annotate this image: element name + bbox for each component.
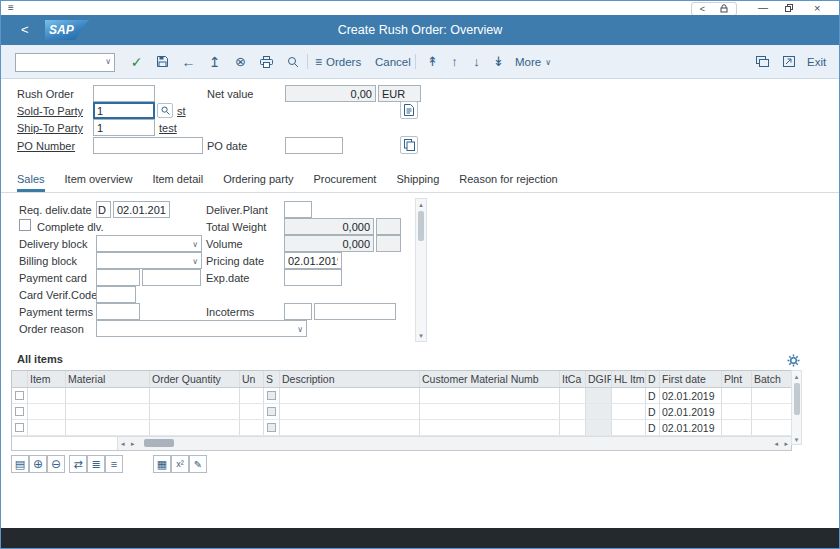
cell-hl-itm[interactable] (612, 420, 646, 435)
col-header-itca[interactable]: ItCa (560, 371, 586, 387)
row-select-checkbox[interactable] (15, 423, 24, 432)
cell-d[interactable]: D (646, 420, 660, 435)
row-select-checkbox[interactable] (15, 407, 24, 416)
print-button[interactable] (255, 50, 278, 73)
col-header-material[interactable]: Material (66, 371, 150, 387)
scroll-left-icon[interactable]: ◂ (774, 439, 778, 448)
cell-item[interactable] (28, 420, 66, 435)
lock-icon[interactable] (720, 4, 728, 15)
col-header-dgip[interactable]: DGIP (586, 371, 612, 387)
hamburger-menu-icon[interactable]: ≡ (8, 1, 14, 15)
s-checkbox[interactable] (267, 423, 276, 432)
cell-batch[interactable] (752, 404, 791, 419)
deselect-all-button[interactable]: ≡ (105, 455, 123, 473)
cell-plnt[interactable] (722, 404, 752, 419)
tab-procurement[interactable]: Procurement (313, 173, 376, 192)
exit-button[interactable]: Exit (807, 50, 826, 73)
payment-card-type-input[interactable] (96, 269, 140, 286)
scroll-down-icon[interactable]: ▾ (416, 332, 426, 340)
command-input[interactable] (15, 53, 115, 72)
cell-material[interactable] (66, 420, 150, 435)
rush-order-input[interactable] (93, 85, 155, 102)
cell-order-quantity[interactable] (150, 420, 240, 435)
tab-sales[interactable]: Sales (17, 173, 45, 192)
cell-un[interactable] (240, 420, 264, 435)
cell-material[interactable] (66, 388, 150, 403)
req-deliv-date-type-input[interactable] (96, 201, 111, 218)
col-header-batch[interactable]: Batch (752, 371, 791, 387)
tab-item-overview[interactable]: Item overview (65, 173, 133, 192)
last-page-button[interactable]: ↡ (487, 50, 510, 73)
close-button[interactable]: × (814, 1, 820, 15)
item-availability-button[interactable]: ▦ (153, 455, 171, 473)
tab-ordering-party[interactable]: Ordering party (223, 173, 293, 192)
complete-dlv-checkbox[interactable] (19, 219, 31, 231)
col-header-un[interactable]: Un (240, 371, 264, 387)
cell-description[interactable] (280, 420, 420, 435)
tab-item-detail[interactable]: Item detail (152, 173, 203, 192)
insert-item-button[interactable]: ⊕ (29, 455, 47, 473)
cell-dgip[interactable] (586, 404, 612, 419)
col-header-description[interactable]: Description (280, 371, 420, 387)
scroll-up-icon[interactable]: ▴ (416, 201, 426, 209)
po-number-label[interactable]: PO Number (17, 140, 75, 152)
propose-items-button[interactable]: ⇄ (69, 455, 87, 473)
enter-button[interactable]: ✓ (125, 50, 148, 73)
po-number-input[interactable] (93, 137, 203, 154)
cell-itca[interactable] (560, 404, 586, 419)
cell-order-quantity[interactable] (150, 388, 240, 403)
billing-block-dropdown[interactable]: ∨ (96, 252, 202, 269)
matchcode-search-button[interactable] (157, 103, 173, 118)
cell-customer-material[interactable] (420, 388, 560, 403)
cell-plnt[interactable] (722, 388, 752, 403)
cell-s[interactable] (264, 388, 280, 403)
cell-itca[interactable] (560, 388, 586, 403)
cell-d[interactable]: D (646, 404, 660, 419)
scroll-up-icon[interactable]: ▴ (792, 373, 801, 381)
save-button[interactable] (151, 50, 174, 73)
col-header-customer-material[interactable]: Customer Material Numb (420, 371, 560, 387)
maximize-button[interactable] (785, 4, 793, 13)
header-details-button[interactable] (400, 101, 418, 119)
cell-material[interactable] (66, 404, 150, 419)
cell-batch[interactable] (752, 420, 791, 435)
session-back-icon[interactable]: < (700, 4, 705, 14)
create-shortcut-button[interactable] (777, 50, 800, 73)
order-reason-dropdown[interactable]: ∨ (96, 320, 307, 337)
row-select-cell[interactable] (12, 388, 28, 403)
cell-s[interactable] (264, 420, 280, 435)
tab-reason-for-rejection[interactable]: Reason for rejection (459, 173, 557, 192)
items-table-scrollbar[interactable]: ▴ ▾ (791, 370, 802, 445)
orders-button[interactable]: ≡ Orders (315, 50, 361, 73)
sales-panel-scrollbar[interactable]: ▴ ▾ (415, 198, 427, 342)
back-button[interactable]: ← (177, 50, 200, 73)
ship-to-party-input[interactable] (93, 119, 155, 136)
item-row[interactable]: D 02.01.2019 (12, 420, 791, 436)
col-header-hl-itm[interactable]: HL Itm (612, 371, 646, 387)
sold-to-party-label[interactable]: Sold-To Party (17, 105, 83, 117)
deliver-plant-input[interactable] (284, 201, 312, 218)
scrollbar-thumb[interactable] (418, 211, 424, 241)
item-row[interactable]: D 02.01.2019 (12, 388, 791, 404)
delete-item-button[interactable]: ⊖ (47, 455, 65, 473)
horizontal-scrollbar[interactable]: ◂ ▸ ◂ ▸ (117, 437, 791, 450)
exit-task-button[interactable]: ↥ (203, 50, 226, 73)
previous-page-button[interactable]: ↑ (443, 50, 466, 73)
minimize-button[interactable]: — (758, 1, 768, 15)
cell-plnt[interactable] (722, 420, 752, 435)
incoterms-input[interactable] (284, 303, 312, 320)
item-output-button[interactable]: ✎ (189, 455, 207, 473)
cell-description[interactable] (280, 404, 420, 419)
copy-button[interactable] (400, 136, 418, 154)
cancel-task-button[interactable]: ⊗ (229, 50, 252, 73)
item-conditions-button[interactable]: x² (171, 455, 189, 473)
col-header-d[interactable]: D (646, 371, 660, 387)
scroll-right-icon[interactable]: ▸ (784, 439, 788, 448)
cancel-button[interactable]: Cancel (375, 50, 411, 73)
card-verif-code-input[interactable] (96, 286, 136, 303)
exp-date-input[interactable] (284, 269, 342, 286)
row-select-cell[interactable] (12, 420, 28, 435)
scrollbar-thumb[interactable] (144, 439, 174, 447)
col-header-s[interactable]: S (264, 371, 280, 387)
sold-to-party-text-link[interactable]: st (177, 105, 186, 117)
